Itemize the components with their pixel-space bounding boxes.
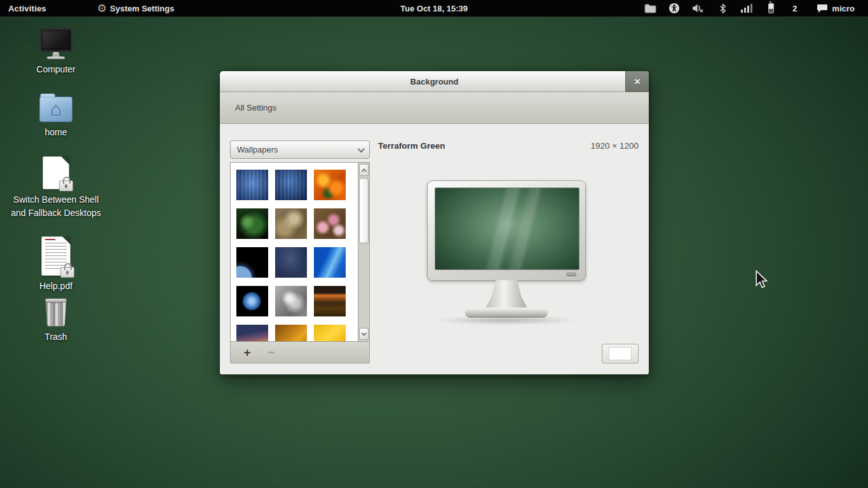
activities-button[interactable]: Activities — [0, 0, 52, 17]
chevron-up-icon — [361, 168, 366, 173]
trash-icon — [44, 299, 67, 327]
wallpaper-thumb[interactable] — [314, 247, 346, 278]
mouse-cursor — [755, 270, 768, 292]
background-panel: Wallpapers — [220, 124, 649, 374]
scrollbar-thumb[interactable] — [359, 178, 369, 243]
close-icon: × — [634, 76, 641, 88]
wallpaper-list — [230, 162, 370, 342]
scroll-down-button[interactable] — [359, 328, 369, 340]
computer-icon — [39, 28, 72, 59]
monitor-stand-neck — [484, 280, 529, 311]
wallpaper-grid — [231, 163, 358, 341]
monitor-shadow — [435, 315, 578, 325]
top-panel: Activities ⚙ System Settings Tue Oct 18,… — [0, 0, 868, 17]
bluetooth-icon[interactable] — [714, 0, 731, 17]
wallpaper-thumb[interactable] — [236, 286, 268, 316]
lock-emblem-icon — [60, 267, 74, 278]
user-menu-label: micro — [832, 4, 855, 13]
desktop-icon-trash[interactable]: Trash — [8, 296, 104, 344]
wallpaper-preview-monitor — [427, 180, 586, 333]
desktop: Activities ⚙ System Settings Tue Oct 18,… — [0, 0, 868, 488]
desktop-icon-home[interactable]: ⌂ home — [8, 92, 104, 139]
selected-wallpaper-header: Terraform Green 1920 × 1200 — [378, 141, 639, 151]
wallpaper-thumb[interactable] — [236, 208, 268, 239]
wallpaper-thumb[interactable] — [314, 286, 346, 316]
network-signal-icon[interactable] — [738, 4, 755, 13]
gear-icon: ⚙ — [97, 3, 107, 14]
accessibility-icon[interactable] — [666, 0, 682, 17]
app-menu-button[interactable]: ⚙ System Settings — [92, 0, 180, 17]
files-icon[interactable] — [642, 0, 658, 17]
background-settings-window: Background × All Settings Wallpapers — [220, 71, 649, 375]
desktop-icon-computer[interactable]: Computer — [8, 28, 104, 76]
remove-wallpaper-button[interactable]: − — [264, 346, 279, 358]
desktop-icon-label: Switch Between Shell and Fallback Deskto… — [8, 193, 104, 220]
house-glyph: ⌂ — [50, 100, 62, 119]
wallpaper-thumb[interactable] — [275, 325, 307, 341]
desktop-icon-switch-desktops[interactable]: Switch Between Shell and Fallback Deskto… — [8, 156, 104, 220]
wallpaper-thumb[interactable] — [275, 286, 307, 316]
pdf-document-icon — [41, 236, 71, 276]
selected-wallpaper-resolution: 1920 × 1200 — [591, 141, 639, 151]
all-settings-button[interactable]: All Settings — [235, 103, 276, 112]
home-folder-icon: ⌂ — [39, 97, 72, 122]
window-title: Background — [410, 77, 459, 86]
volume-muted-icon[interactable] — [690, 0, 707, 17]
wallpaper-thumb[interactable] — [314, 208, 346, 239]
monitor-screen-preview — [435, 187, 580, 270]
add-wallpaper-button[interactable]: + — [240, 346, 255, 358]
window-titlebar[interactable]: Background × — [220, 71, 649, 92]
battery-icon[interactable] — [763, 0, 779, 17]
monitor-bezel — [427, 180, 586, 281]
scrollbar[interactable] — [358, 163, 369, 341]
wallpaper-source-dropdown[interactable]: Wallpapers — [230, 140, 370, 159]
system-tray: 2 micro — [642, 0, 868, 17]
wallpaper-thumb[interactable] — [236, 325, 268, 341]
desktop-icon-label: Help.pdf — [39, 280, 72, 293]
dropdown-value: Wallpapers — [237, 145, 278, 154]
app-menu-label: System Settings — [110, 4, 174, 13]
wallpaper-list-toolbar: + − — [230, 342, 370, 363]
lock-emblem-icon — [59, 180, 73, 191]
close-button[interactable]: × — [625, 71, 649, 92]
chevron-down-icon — [358, 145, 365, 152]
clock-button[interactable]: Tue Oct 18, 15:39 — [395, 0, 473, 17]
selected-wallpaper-name: Terraform Green — [378, 141, 445, 151]
color-swatch — [609, 347, 632, 360]
desktop-icon-help-pdf[interactable]: Help.pdf — [8, 236, 104, 293]
wallpaper-thumb[interactable] — [236, 170, 268, 200]
wallpaper-thumb[interactable] — [236, 247, 268, 278]
wallpaper-thumb[interactable] — [314, 170, 346, 200]
monitor-power-button — [566, 273, 576, 276]
wallpaper-thumb[interactable] — [275, 170, 307, 200]
chat-bubble-icon — [817, 4, 828, 13]
chevron-down-icon — [361, 330, 366, 336]
activities-label: Activities — [8, 4, 46, 13]
background-color-swatch-button[interactable] — [602, 344, 639, 363]
desktop-icon-label: Trash — [44, 330, 67, 344]
user-menu-button[interactable]: micro — [811, 0, 860, 17]
wallpaper-thumb[interactable] — [275, 208, 307, 239]
launcher-document-icon — [43, 156, 69, 189]
wallpaper-thumb[interactable] — [314, 325, 346, 341]
settings-header-bar: All Settings — [220, 92, 649, 124]
desktop-icon-label: Computer — [36, 63, 75, 76]
desktop-icon-label: home — [44, 126, 67, 139]
workspace-indicator[interactable]: 2 — [787, 0, 803, 17]
scroll-up-button[interactable] — [359, 164, 369, 176]
clock-label: Tue Oct 18, 15:39 — [400, 4, 468, 13]
wallpaper-thumb[interactable] — [275, 247, 307, 278]
